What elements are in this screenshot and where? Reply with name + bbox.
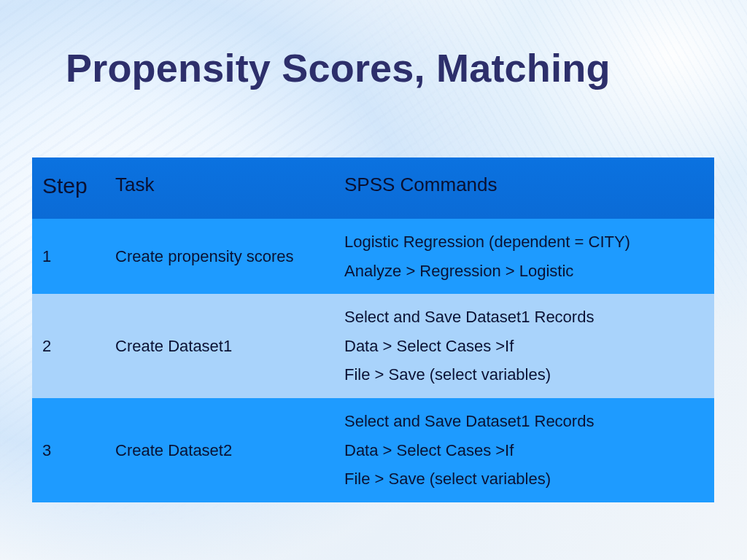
cell-task: Create Dataset1 [105, 294, 334, 398]
steps-table: Step Task SPSS Commands 1 Create propens… [32, 158, 714, 502]
cmd-line: Logistic Regression (dependent = CITY) [344, 228, 704, 257]
cmd-line: Data > Select Cases >If [344, 436, 704, 465]
col-header-step: Step [32, 158, 105, 219]
cell-step: 1 [32, 219, 105, 294]
table-row: 2 Create Dataset1 Select and Save Datase… [32, 294, 714, 398]
cmd-line: File > Save (select variables) [344, 464, 704, 494]
cell-step: 3 [32, 398, 105, 502]
slide: Propensity Scores, Matching Step Task SP… [0, 0, 747, 560]
cell-task: Create Dataset2 [105, 398, 334, 502]
cell-commands: Select and Save Dataset1 Records Data > … [334, 398, 714, 502]
cmd-line: Select and Save Dataset1 Records [344, 407, 704, 436]
cell-step: 2 [32, 294, 105, 398]
cmd-line: Select and Save Dataset1 Records [344, 303, 704, 332]
table-row: 3 Create Dataset2 Select and Save Datase… [32, 398, 714, 502]
cmd-line: Data > Select Cases >If [344, 332, 704, 361]
table-row: 1 Create propensity scores Logistic Regr… [32, 219, 714, 294]
cell-task: Create propensity scores [105, 219, 334, 294]
cell-commands: Select and Save Dataset1 Records Data > … [334, 294, 714, 398]
table-header-row: Step Task SPSS Commands [32, 158, 714, 219]
col-header-commands: SPSS Commands [334, 158, 714, 219]
col-header-task: Task [105, 158, 334, 219]
cell-commands: Logistic Regression (dependent = CITY) A… [334, 219, 714, 294]
cmd-line: Analyze > Regression > Logistic [344, 257, 704, 286]
cmd-line: File > Save (select variables) [344, 360, 704, 389]
slide-title: Propensity Scores, Matching [0, 0, 747, 90]
